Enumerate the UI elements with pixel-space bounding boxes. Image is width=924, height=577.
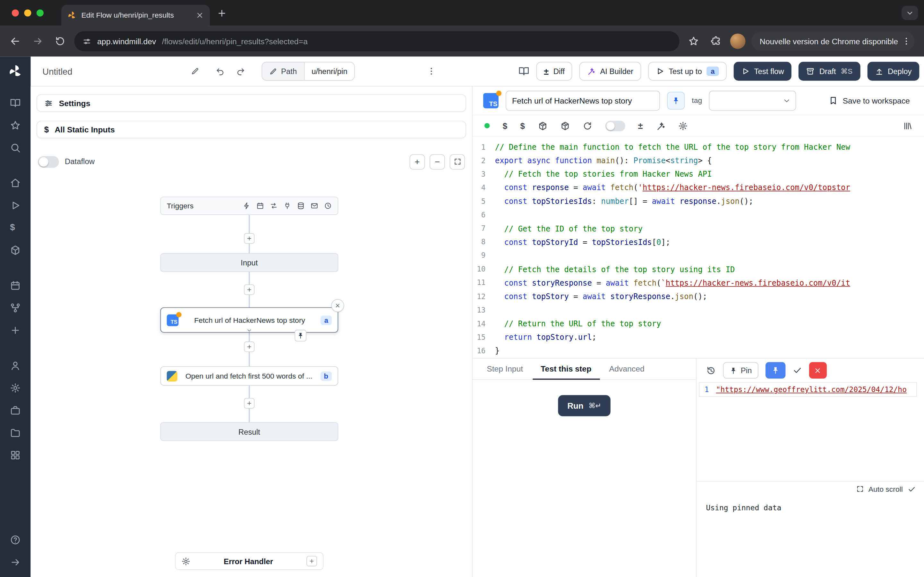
dependencies-icon[interactable] (560, 121, 569, 130)
sidebar-item-folders[interactable] (5, 424, 26, 442)
zoom-window-button[interactable] (37, 9, 44, 16)
add-error-handler-button[interactable] (306, 556, 317, 566)
save-to-workspace-button[interactable]: Save to workspace (829, 96, 910, 105)
pin-toggle-button[interactable] (667, 92, 685, 110)
input-node[interactable]: Input (160, 253, 338, 272)
pinned-value-editor[interactable]: 1 "https://www.geoffreylitt.com/2025/04/… (699, 382, 917, 397)
sidebar-item-resources[interactable] (5, 242, 26, 259)
code-editor[interactable]: 1// Define the main function to fetch th… (473, 137, 924, 358)
back-button[interactable] (10, 36, 21, 47)
static-inputs-button[interactable]: $ All Static Inputs (37, 121, 466, 139)
site-settings-icon[interactable] (82, 37, 91, 46)
reload-button[interactable] (55, 36, 65, 47)
reload-icon[interactable] (583, 121, 592, 130)
database-trigger-icon[interactable] (297, 202, 305, 210)
test-flow-button[interactable]: Test flow (733, 62, 792, 81)
resources-icon[interactable]: $ (520, 121, 525, 130)
mail-trigger-icon[interactable] (310, 202, 318, 210)
path-control[interactable]: Path u/henri/pin (262, 62, 355, 81)
sidebar-item-runs[interactable] (5, 197, 26, 214)
editor-mode-toggle[interactable] (605, 121, 625, 131)
step-title-input[interactable] (506, 91, 660, 111)
bookmark-icon[interactable] (688, 36, 699, 47)
edit-name-icon[interactable] (191, 67, 199, 75)
error-handler-node[interactable]: Error Handler (175, 552, 324, 570)
add-step-button[interactable] (244, 342, 254, 352)
flow-name-field[interactable]: Untitled (42, 66, 199, 76)
add-step-button[interactable] (244, 284, 254, 295)
ai-builder-button[interactable]: AI Builder (580, 62, 641, 81)
remove-step-button[interactable] (331, 299, 344, 312)
ai-assistant-icon[interactable] (656, 121, 665, 130)
tag-select[interactable] (709, 91, 796, 111)
package-icon[interactable] (538, 121, 547, 130)
sidebar-item-panels[interactable] (5, 94, 26, 112)
browser-menu-icon[interactable] (901, 37, 911, 46)
bolt-trigger-icon[interactable] (243, 202, 250, 210)
minimize-window-button[interactable] (24, 9, 31, 16)
browser-tab[interactable]: Edit Flow u/henri/pin_results (61, 5, 210, 26)
triggers-node[interactable]: Triggers (160, 197, 338, 215)
fit-view-button[interactable] (449, 154, 465, 169)
variables-icon[interactable]: $ (503, 121, 507, 130)
address-bar[interactable]: app.windmill.dev /flows/edit/u/henri/pin… (74, 31, 680, 51)
chevron-down-icon[interactable] (246, 327, 252, 333)
sidebar-item-apps[interactable] (5, 446, 26, 464)
chrome-update-button[interactable]: Nouvelle version de Chrome disponible (751, 32, 915, 51)
windmill-logo[interactable] (8, 63, 23, 79)
undo-button[interactable] (216, 67, 225, 76)
pin-button[interactable]: Pin (723, 362, 758, 379)
forward-button[interactable] (32, 36, 43, 47)
sidebar-item-collapse[interactable] (5, 554, 26, 571)
zoom-out-button[interactable]: − (430, 154, 445, 169)
tab-search-button[interactable] (901, 6, 918, 20)
draft-button[interactable]: Draft⌘S (798, 62, 860, 81)
step-pin-indicator[interactable] (294, 330, 306, 342)
flow-name[interactable]: Untitled (42, 66, 72, 76)
pin-active-button[interactable] (766, 362, 785, 379)
diff-button[interactable]: ±Diff (536, 62, 572, 81)
route-trigger-icon[interactable] (270, 202, 278, 210)
clear-pin-button[interactable] (809, 362, 827, 379)
accept-icon[interactable] (792, 366, 802, 375)
sidebar-item-star[interactable] (5, 117, 26, 134)
sidebar-item-search[interactable] (5, 139, 26, 156)
settings-button[interactable]: Settings (37, 94, 466, 112)
plug-trigger-icon[interactable] (283, 202, 291, 210)
zoom-in-button[interactable]: + (410, 154, 425, 169)
library-icon[interactable] (903, 121, 912, 130)
sidebar-item-users[interactable] (5, 357, 26, 374)
step-b-node[interactable]: Open url and fetch first 500 words of ..… (160, 366, 338, 386)
close-window-button[interactable] (12, 9, 19, 16)
add-step-button[interactable] (244, 233, 254, 243)
clock-trigger-icon[interactable] (324, 202, 332, 210)
script-settings-icon[interactable] (678, 121, 688, 130)
sidebar-item-home[interactable] (5, 174, 26, 192)
profile-avatar[interactable] (730, 34, 746, 49)
tab-advanced[interactable]: Advanced (601, 359, 653, 380)
more-menu-icon[interactable] (427, 67, 436, 76)
add-step-button[interactable] (244, 398, 254, 409)
expand-icon[interactable] (856, 485, 864, 493)
deploy-button[interactable]: Deploy (867, 62, 919, 81)
extensions-icon[interactable] (711, 36, 721, 47)
new-tab-button[interactable] (217, 8, 227, 18)
tab-test-this-step[interactable]: Test this step (533, 359, 599, 380)
result-node[interactable]: Result (160, 422, 338, 441)
sidebar-item-help[interactable] (5, 531, 26, 549)
flow-canvas[interactable]: Triggers Input TS Fetch url of HackerNew… (37, 172, 466, 577)
diff-mode-icon[interactable]: ± (638, 121, 643, 130)
sidebar-item-add[interactable] (5, 322, 26, 339)
history-icon[interactable] (706, 366, 716, 376)
step-a-node[interactable]: TS Fetch url of HackerNews top story a (160, 308, 338, 333)
tab-step-input[interactable]: Step Input (478, 359, 531, 380)
auto-scroll-checkbox[interactable] (908, 485, 916, 493)
dataflow-toggle[interactable] (38, 156, 59, 168)
sidebar-item-workers[interactable] (5, 402, 26, 419)
docs-icon[interactable] (519, 66, 529, 77)
sidebar-item-flows[interactable] (5, 299, 26, 317)
calendar-trigger-icon[interactable] (256, 202, 264, 210)
test-up-to-button[interactable]: Test up toa (648, 62, 726, 81)
sidebar-item-variables[interactable]: $ (5, 219, 26, 237)
tab-close-icon[interactable] (196, 11, 204, 19)
